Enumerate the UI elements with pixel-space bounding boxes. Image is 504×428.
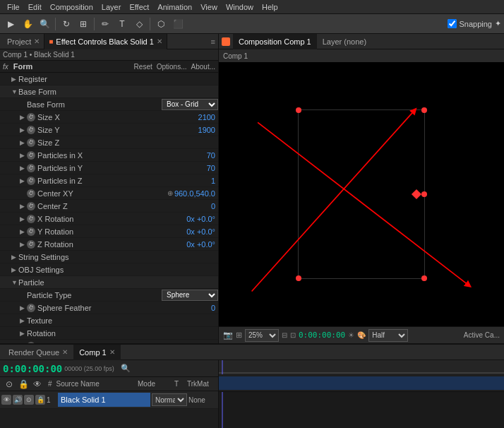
value-particles-z[interactable]: 1 bbox=[211, 177, 218, 185]
row-particles-z[interactable]: ▶ ⏱ Particles in Z 1 bbox=[0, 174, 218, 187]
viewer-quality-select[interactable]: Half Full Quarter bbox=[368, 329, 408, 342]
search-icon-timeline[interactable]: 🔍 bbox=[121, 364, 131, 373]
stopwatch-x-rotation[interactable]: ⏱ bbox=[27, 215, 35, 223]
tool-camera[interactable]: ⊞ bbox=[76, 16, 91, 32]
stopwatch-y-rotation[interactable]: ⏱ bbox=[27, 227, 35, 236]
tool-text[interactable]: T bbox=[114, 16, 130, 32]
value-size[interactable]: 4 bbox=[211, 342, 218, 344]
layer-vis-eye[interactable]: 👁 bbox=[1, 395, 11, 405]
menu-file[interactable]: File bbox=[3, 3, 24, 11]
layer-vis-lock[interactable]: 🔒 bbox=[35, 395, 45, 405]
tl-btn-lock[interactable]: 🔒 bbox=[17, 378, 30, 391]
ec-reset-btn[interactable]: Reset bbox=[134, 63, 152, 71]
playhead[interactable] bbox=[222, 360, 223, 428]
tab-project[interactable]: Project ✕ bbox=[3, 34, 44, 49]
viewer-icon-fit[interactable]: ⊟ bbox=[282, 331, 287, 339]
row-center-xy[interactable]: ⏱ Center XY ⊕ 960.0,540.0 bbox=[0, 187, 218, 200]
snapping-checkbox[interactable] bbox=[448, 19, 457, 28]
menu-composition[interactable]: Composition bbox=[46, 3, 97, 11]
layer-vis-audio[interactable]: 🔊 bbox=[13, 395, 23, 405]
layer-name-cell[interactable]: Black Solid 1 bbox=[58, 393, 150, 407]
stopwatch-center-z[interactable]: ⏱ bbox=[27, 202, 35, 210]
tab-comp1-close[interactable]: ✕ bbox=[109, 348, 115, 356]
row-z-rotation[interactable]: ▶ ⏱ Z Rotation 0x +0.0° bbox=[0, 238, 218, 251]
row-sphere-feather[interactable]: ▶ ⏱ Sphere Feather 0 bbox=[0, 302, 218, 314]
menu-view[interactable]: View bbox=[196, 3, 222, 11]
row-register[interactable]: ▶ Register bbox=[0, 73, 218, 85]
value-size-x[interactable]: 2100 bbox=[198, 113, 218, 121]
stopwatch-size-z[interactable]: ⏱ bbox=[27, 138, 35, 147]
row-center-z[interactable]: ▶ ⏱ Center Z 0 bbox=[0, 200, 218, 213]
tab-layer[interactable]: Layer (none) bbox=[317, 34, 372, 49]
row-x-rotation[interactable]: ▶ ⏱ X Rotation 0x +0.0° bbox=[0, 213, 218, 225]
viewer-icon-grid[interactable]: ⊞ bbox=[236, 331, 242, 340]
row-size-y[interactable]: ▶ ⏱ Size Y 1900 bbox=[0, 124, 218, 136]
stopwatch-size-x[interactable]: ⏱ bbox=[27, 113, 35, 121]
value-particles-x[interactable]: 70 bbox=[207, 151, 218, 160]
tool-rotate[interactable]: ↻ bbox=[59, 16, 74, 32]
row-texture[interactable]: ▶ Texture bbox=[0, 314, 218, 327]
row-base-form-group[interactable]: ▼ Base Form bbox=[0, 85, 218, 98]
menu-effect[interactable]: Effect bbox=[125, 3, 153, 11]
select-particle-type[interactable]: Sphere Cloudlet Streaklet bbox=[162, 290, 218, 301]
row-y-rotation[interactable]: ▶ ⏱ Y Rotation 0x +0.0° bbox=[0, 225, 218, 238]
value-sphere-feather[interactable]: 0 bbox=[211, 304, 218, 312]
tool-zoom[interactable]: 🔍 bbox=[37, 16, 52, 32]
row-size[interactable]: ▶ ⏱ Size 4 bbox=[0, 340, 218, 343]
viewer-icon-camera[interactable]: 📷 bbox=[223, 331, 233, 340]
value-x-rotation[interactable]: 0x +0.0° bbox=[186, 215, 218, 223]
stopwatch-sphere-feather[interactable]: ⏱ bbox=[27, 304, 35, 312]
stopwatch-size-y[interactable]: ⏱ bbox=[27, 126, 35, 134]
value-y-rotation[interactable]: 0x +0.0° bbox=[186, 227, 218, 236]
tool-clone[interactable]: ⬛ bbox=[170, 16, 186, 32]
value-particles-y[interactable]: 70 bbox=[207, 164, 218, 172]
menu-animation[interactable]: Animation bbox=[153, 3, 196, 11]
tab-render-queue[interactable]: Render Queue ✕ bbox=[3, 345, 73, 360]
menu-help[interactable]: Help bbox=[258, 3, 282, 11]
value-center-z[interactable]: 0 bbox=[211, 202, 218, 210]
viewer-icon-exposure[interactable]: ☀ bbox=[348, 331, 354, 339]
row-rotation[interactable]: ▶ Rotation bbox=[0, 327, 218, 340]
stopwatch-center-xy[interactable]: ⏱ bbox=[27, 189, 35, 198]
ec-about-btn[interactable]: About... bbox=[191, 63, 215, 71]
layer-vis-solo[interactable]: ⊙ bbox=[24, 395, 34, 405]
row-size-x[interactable]: ▶ ⏱ Size X 2100 bbox=[0, 111, 218, 124]
ec-options-btn[interactable]: Options... bbox=[157, 63, 187, 71]
layer-mode-select[interactable]: Normal bbox=[152, 393, 187, 406]
comp-viewer[interactable] bbox=[219, 62, 504, 326]
tool-shape[interactable]: ◇ bbox=[131, 16, 147, 32]
row-particles-y[interactable]: ▶ ⏱ Particles in Y 70 bbox=[0, 162, 218, 174]
panel-menu-btn[interactable]: ≡ bbox=[211, 37, 215, 46]
menu-edit[interactable]: Edit bbox=[24, 3, 46, 11]
stopwatch-size[interactable]: ⏱ bbox=[27, 342, 35, 344]
row-obj-settings[interactable]: ▶ OBJ Settings bbox=[0, 263, 218, 276]
tool-mask[interactable]: ⬡ bbox=[153, 16, 169, 32]
viewer-icon-channels[interactable]: ⊡ bbox=[290, 331, 296, 339]
tl-btn-hide[interactable]: 👁 bbox=[31, 378, 44, 391]
row-particles-x[interactable]: ▶ ⏱ Particles in X 70 bbox=[0, 149, 218, 162]
stopwatch-z-rotation[interactable]: ⏱ bbox=[27, 240, 35, 249]
tab-comp1[interactable]: Comp 1 ✕ bbox=[73, 345, 121, 360]
tab-composition[interactable]: Composition Comp 1 bbox=[233, 34, 317, 49]
tool-select[interactable]: ▶ bbox=[3, 16, 18, 32]
tab-effect-controls-close[interactable]: ✕ bbox=[157, 37, 162, 45]
menu-layer[interactable]: Layer bbox=[97, 3, 126, 11]
viewer-icon-color[interactable]: 🎨 bbox=[357, 331, 366, 339]
stopwatch-particles-x[interactable]: ⏱ bbox=[27, 151, 35, 160]
viewer-zoom-select[interactable]: 25% 50% 100% bbox=[245, 329, 279, 342]
tab-project-close[interactable]: ✕ bbox=[34, 37, 40, 45]
tl-btn-solo[interactable]: ⊙ bbox=[3, 378, 16, 391]
stopwatch-particles-z[interactable]: ⏱ bbox=[27, 177, 35, 185]
menu-window[interactable]: Window bbox=[222, 3, 258, 11]
tab-render-queue-close[interactable]: ✕ bbox=[62, 348, 68, 356]
tool-pen[interactable]: ✏ bbox=[97, 16, 113, 32]
value-center-xy[interactable]: 960.0,540.0 bbox=[174, 189, 218, 198]
tab-effect-controls[interactable]: ■ Effect Controls Black Solid 1 ✕ bbox=[44, 34, 167, 49]
timeline-clip-bar[interactable] bbox=[219, 376, 504, 390]
tool-hand[interactable]: ✋ bbox=[20, 16, 35, 32]
select-base-form-type[interactable]: Box - Grid Sphere Layer bbox=[162, 99, 218, 110]
row-size-z[interactable]: ▶ ⏱ Size Z bbox=[0, 136, 218, 149]
row-particle-group[interactable]: ▼ Particle bbox=[0, 276, 218, 289]
value-size-y[interactable]: 1900 bbox=[198, 126, 218, 134]
stopwatch-particles-y[interactable]: ⏱ bbox=[27, 164, 35, 172]
